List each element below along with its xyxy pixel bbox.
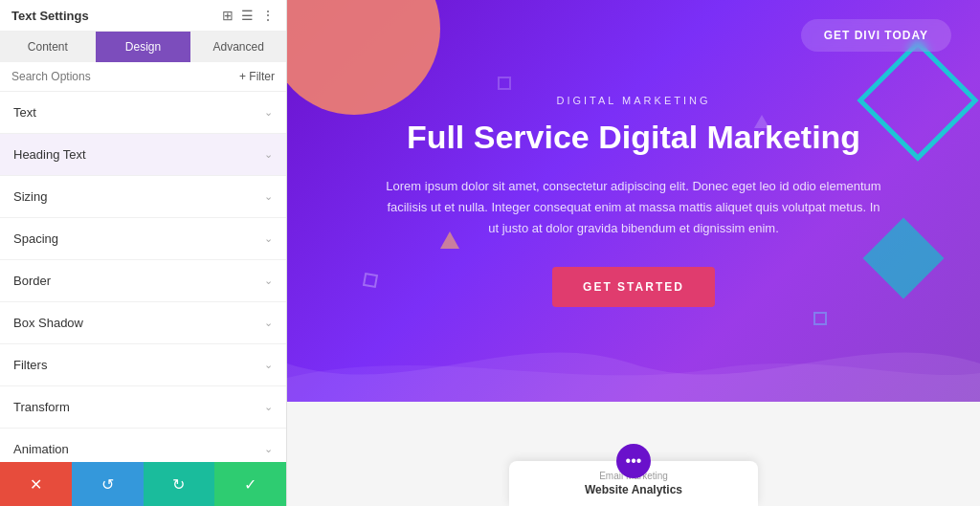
accordion-label-animation: Animation	[13, 442, 69, 456]
cancel-icon: ✕	[30, 475, 42, 494]
get-started-button[interactable]: GET STARTED	[552, 267, 715, 307]
filter-label: + Filter	[239, 70, 275, 83]
undo-icon: ↺	[101, 475, 114, 494]
tab-design[interactable]: Design	[96, 32, 191, 62]
accordion-label-box-shadow: Box Shadow	[13, 316, 83, 330]
hero-subtitle: DIGITAL MARKETING	[385, 95, 882, 106]
accordion-label-heading: Heading Text	[13, 147, 86, 162]
accordion-label-text: Text	[13, 105, 36, 120]
panel-title: Text Settings	[11, 9, 89, 23]
redo-button[interactable]: ↻	[144, 462, 215, 506]
accordion-item-filters[interactable]: Filters ⌄	[0, 344, 286, 386]
bottom-bar: ✕ ↺ ↻ ✓	[0, 462, 286, 506]
more-options-icon[interactable]: ⋮	[261, 8, 275, 23]
filter-button[interactable]: + Filter	[239, 70, 275, 83]
hero-body: Lorem ipsum dolor sit amet, consectetur …	[385, 176, 882, 239]
panel-header-icons: ⊞ ☰ ⋮	[222, 8, 275, 23]
search-input[interactable]	[11, 70, 232, 83]
chevron-down-icon: ⌄	[264, 148, 273, 161]
chevron-down-icon: ⌄	[264, 232, 273, 245]
get-divi-button[interactable]: GET DIVI TODAY	[801, 19, 951, 52]
panel-header: Text Settings ⊞ ☰ ⋮	[0, 0, 286, 32]
accordion-label-transform: Transform	[13, 400, 70, 414]
bottom-section: ••• Email Marketing Website Analytics	[287, 402, 980, 506]
accordion-label-filters: Filters	[13, 358, 47, 372]
chevron-down-icon: ⌄	[264, 317, 273, 329]
dots-icon: •••	[626, 452, 642, 470]
accordion-item-transform[interactable]: Transform ⌄	[0, 386, 286, 429]
right-content: GET DIVI TODAY DIGITAL MARKETING Full Se…	[287, 0, 980, 506]
search-row: + Filter	[0, 62, 286, 92]
chevron-down-icon: ⌄	[264, 106, 273, 119]
accordion-item-sizing[interactable]: Sizing ⌄	[0, 176, 286, 218]
hero-content: DIGITAL MARKETING Full Service Digital M…	[366, 95, 902, 306]
chevron-down-icon: ⌄	[264, 401, 273, 413]
accordion-item-text[interactable]: Text ⌄	[0, 92, 286, 134]
accordion-label-sizing: Sizing	[13, 189, 47, 204]
accordion-item-heading[interactable]: Heading Text ⌄	[0, 134, 286, 176]
redo-icon: ↻	[172, 475, 185, 494]
chevron-down-icon: ⌄	[264, 190, 273, 203]
hero-section: GET DIVI TODAY DIGITAL MARKETING Full Se…	[287, 0, 980, 402]
analytics-card: ••• Email Marketing Website Analytics	[509, 461, 758, 506]
tabs-row: Content Design Advanced	[0, 32, 286, 62]
chevron-down-icon: ⌄	[264, 275, 273, 287]
hero-title: Full Service Digital Marketing	[385, 118, 882, 157]
tab-advanced[interactable]: Advanced	[190, 32, 286, 62]
accordion-label-border: Border	[13, 274, 51, 288]
analytics-menu-button[interactable]: •••	[616, 444, 651, 478]
chevron-down-icon: ⌄	[264, 359, 273, 371]
undo-button[interactable]: ↺	[72, 462, 144, 506]
cancel-button[interactable]: ✕	[0, 462, 72, 506]
accordion-list: Text ⌄ Heading Text ⌄ Sizing ⌄ Spacing ⌄…	[0, 92, 286, 462]
accordion-label-spacing: Spacing	[13, 231, 58, 246]
save-button[interactable]: ✓	[214, 462, 286, 506]
accordion-item-box-shadow[interactable]: Box Shadow ⌄	[0, 302, 286, 344]
save-icon: ✓	[244, 475, 256, 494]
hero-wave	[287, 325, 980, 402]
accordion-item-border[interactable]: Border ⌄	[0, 260, 286, 302]
deco-square-3	[813, 312, 827, 325]
columns-icon[interactable]: ☰	[241, 8, 254, 23]
tab-content[interactable]: Content	[0, 32, 96, 62]
deco-square-2	[498, 77, 511, 90]
accordion-item-animation[interactable]: Animation ⌄	[0, 429, 286, 462]
analytics-title: Website Analytics	[528, 483, 739, 496]
accordion-item-spacing[interactable]: Spacing ⌄	[0, 218, 286, 260]
expand-icon[interactable]: ⊞	[222, 8, 234, 23]
settings-panel: Text Settings ⊞ ☰ ⋮ Content Design Advan…	[0, 0, 287, 506]
chevron-down-icon: ⌄	[264, 443, 273, 455]
